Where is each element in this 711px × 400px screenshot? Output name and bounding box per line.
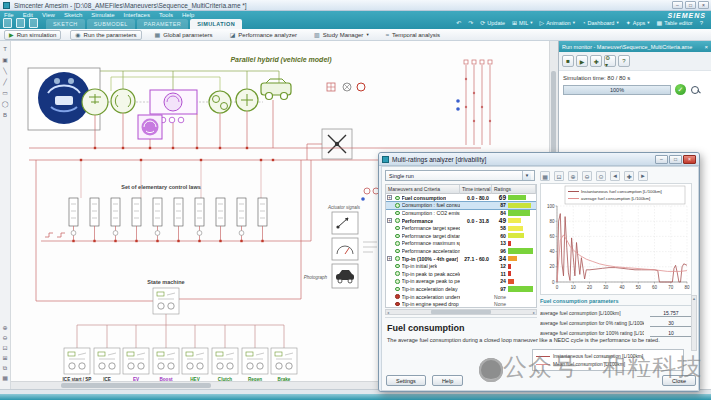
play-button[interactable]: ▶ — [576, 55, 588, 67]
vehicle-component[interactable] — [261, 79, 291, 100]
analyzer-minimize-button[interactable]: – — [655, 155, 668, 164]
parameters-scrollbar[interactable]: ▲ — [691, 295, 697, 351]
state-machine-block[interactable] — [94, 348, 120, 374]
menu-simulate[interactable]: Simulate — [91, 12, 114, 18]
analyzer-titlebar[interactable]: Multi-ratings analyzer [drivability] – □… — [379, 153, 699, 166]
table-row[interactable]: Consumption : fuel consumption87 — [386, 202, 536, 210]
zoom-fit-tool[interactable]: ⊞ — [2, 355, 7, 361]
state-machine-block[interactable] — [64, 348, 90, 374]
zoom-in-tool[interactable]: ⊕ — [2, 325, 7, 331]
engine-component[interactable] — [82, 89, 108, 115]
chart-tool-7[interactable]: ► — [638, 171, 648, 181]
parameter-value[interactable]: 15.757 — [650, 310, 692, 317]
table-row[interactable]: Tip-in acceleration undershootNone — [386, 293, 536, 301]
analyzer-close-button[interactable]: × — [683, 155, 696, 164]
column-header-0[interactable]: Maneuvers and Criteria — [386, 185, 460, 194]
state-machine-block[interactable] — [271, 348, 297, 374]
parameter-value[interactable]: 30 — [650, 320, 692, 327]
menu-sketch[interactable]: Sketch — [64, 12, 82, 18]
line-tool[interactable]: ╲ — [3, 68, 7, 74]
options-button[interactable]: ⚙ ▾ — [604, 55, 616, 67]
table-row[interactable]: Consumption : CO2 emissions84 — [386, 209, 536, 217]
redo-tool[interactable]: ↷ — [468, 19, 473, 26]
help-tool[interactable]: ? — [700, 20, 703, 26]
grid-tool[interactable]: ▦ — [2, 375, 8, 381]
control-law-block[interactable] — [111, 198, 120, 242]
inspect-results-icon[interactable] — [690, 85, 700, 95]
table-horizontal-scrollbar[interactable]: ◂▸ — [385, 309, 537, 315]
state-machine-block[interactable] — [242, 348, 268, 374]
bold-tool[interactable]: B — [3, 112, 7, 118]
chart-tool-1[interactable]: ⊡ — [554, 171, 564, 181]
ellipse-tool[interactable]: ◯ — [2, 101, 9, 107]
control-law-block[interactable] — [90, 198, 99, 242]
table-row[interactable]: Tip-in engine speed dropNone — [386, 300, 536, 308]
zoom-select-tool[interactable]: ⊡ — [2, 345, 7, 351]
differential-component[interactable] — [236, 89, 258, 111]
fuel-consumption-chart[interactable]: 02040608010001020304050607080Instantaneo… — [540, 183, 692, 295]
chart-tool-0[interactable]: ▦ — [540, 171, 550, 181]
expander-icon[interactable]: + — [387, 256, 392, 261]
actuator-block[interactable] — [332, 212, 358, 234]
menu-help[interactable]: Help — [182, 12, 194, 18]
tab-parameter[interactable]: PARAMETER — [137, 19, 188, 29]
add-run-button[interactable]: ✚ — [590, 55, 602, 67]
exhaust-block[interactable] — [322, 129, 352, 159]
table-row[interactable]: +Tip-in (100% - 4th gear)27.1 - 60.034 — [386, 255, 536, 263]
chart-tool-5[interactable]: ◄ — [610, 171, 620, 181]
help-button[interactable]: Help — [432, 375, 463, 386]
control-law-block[interactable] — [174, 198, 183, 242]
state-machine-block[interactable] — [212, 348, 238, 374]
menu-tools[interactable]: Tools — [159, 12, 173, 18]
chart-tool-2[interactable]: ⊕ — [568, 171, 578, 181]
animation-tool[interactable]: ▷Animation▾ — [540, 19, 575, 26]
global-parameters-button[interactable]: ▦Global parameters — [151, 30, 217, 40]
chart-tool-3[interactable]: ⊖ — [582, 171, 592, 181]
temporal-analysis-button[interactable]: ≈Temporal analysis — [382, 30, 444, 40]
table-row[interactable]: Tip-in acceleration delay97 — [386, 285, 536, 293]
undo-tool[interactable]: ↶ — [456, 19, 461, 26]
table-row[interactable]: Tip-in peak to peak acceleration11 — [386, 270, 536, 278]
table-row[interactable]: Tip-in average peak to peak acc.24 — [386, 278, 536, 286]
tab-sketch[interactable]: SKETCH — [46, 19, 85, 29]
settings-button[interactable]: Settings — [386, 375, 426, 386]
table-row[interactable]: Performance acceleration level96 — [386, 247, 536, 255]
gauge-block[interactable] — [332, 238, 377, 260]
menu-view[interactable]: View — [42, 12, 55, 18]
new-file-icon[interactable] — [3, 18, 12, 28]
control-law-block[interactable] — [132, 198, 141, 242]
run-parameters-button[interactable]: ◉Run the parameters — [70, 30, 141, 40]
maximize-button[interactable]: □ — [685, 1, 696, 9]
column-header-2[interactable]: Ratings — [492, 185, 536, 194]
control-law-block[interactable] — [237, 198, 246, 242]
control-law-block[interactable] — [216, 198, 225, 242]
save-file-icon[interactable] — [29, 18, 38, 28]
control-law-block[interactable] — [195, 198, 204, 242]
table-row[interactable]: Performance maximum speed13 — [386, 240, 536, 248]
expander-icon[interactable]: + — [387, 195, 392, 200]
photograph-block[interactable] — [332, 264, 358, 288]
state-machine-tree[interactable]: ICE start / SPICEEVBoostHEVClutchRegenBr… — [63, 288, 297, 381]
control-law-block[interactable] — [69, 198, 78, 242]
close-button[interactable]: × — [698, 1, 709, 9]
control-law-block[interactable] — [258, 198, 267, 242]
state-machine-block[interactable] — [153, 288, 179, 314]
rect-tool[interactable]: ▭ — [2, 90, 8, 96]
chart-tool-6[interactable]: ✚ — [624, 171, 634, 181]
table-row[interactable]: Tip-in initial jerk12 — [386, 262, 536, 270]
menu-interfaces[interactable]: Interfaces — [124, 12, 150, 18]
state-machine-block[interactable] — [153, 348, 179, 374]
state-machine-block[interactable] — [182, 348, 208, 374]
table-row[interactable]: Performance target speed58 — [386, 224, 536, 232]
state-machine-block[interactable] — [123, 348, 149, 374]
table-row[interactable]: Performance target distance60 — [386, 232, 536, 240]
minimize-button[interactable]: – — [672, 1, 683, 9]
chart-tool-4[interactable]: ⊙ — [596, 171, 606, 181]
run-simulation-button[interactable]: ▶Run simulation — [4, 30, 61, 40]
text-tool[interactable]: T — [3, 46, 7, 52]
run-monitor-close-icon[interactable]: × — [704, 44, 708, 50]
polyline-tool[interactable]: ╱ — [3, 79, 7, 85]
mil-tool[interactable]: ⊞MIL▾ — [512, 19, 532, 26]
tab-simulation[interactable]: SIMULATION — [190, 19, 242, 29]
copy-view-tool[interactable]: ⧉ — [3, 365, 7, 371]
